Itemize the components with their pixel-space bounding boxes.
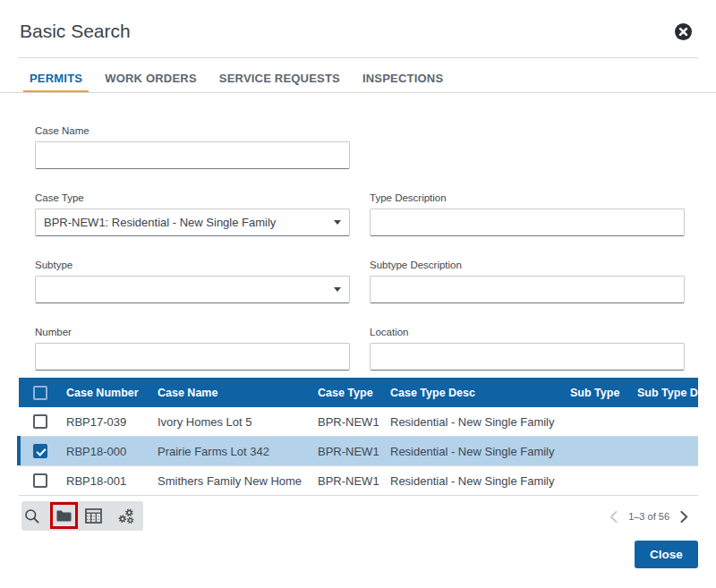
table-row[interactable]: RBP18-000 Prairie Farms Lot 342 BPR-NEW1… [19,437,698,466]
table-header-row: Case Number Case Name Case Type Case Typ… [19,378,698,407]
case-name-label: Case Name [35,125,350,137]
chevron-left-icon [609,511,618,523]
column-header-case-name[interactable]: Case Name [158,387,318,399]
tab-service-requests[interactable]: SERVICE REQUESTS [213,64,346,93]
header-divider [18,57,698,58]
open-case-button[interactable] [51,501,81,531]
field-case-type: Case Type BPR-NEW1: Residential - New Si… [35,192,350,236]
results-table: Case Number Case Name Case Type Case Typ… [19,378,698,496]
search-icon [24,508,40,524]
next-page-button[interactable] [680,511,688,523]
x-circle-icon [675,23,692,40]
type-description-input[interactable] [370,209,685,236]
subtype-label: Subtype [35,260,350,271]
workflow-button[interactable] [110,501,140,531]
folder-icon [56,510,72,522]
column-header-case-type[interactable]: Case Type [318,387,390,399]
column-header-case-type-desc[interactable]: Case Type Desc [390,387,570,399]
case-name-input[interactable] [35,141,350,169]
number-label: Number [35,327,350,338]
table-icon [85,508,102,524]
chevron-down-icon [334,287,341,292]
close-button[interactable]: Close [635,541,698,568]
case-type-value: BPR-NEW1: Residential - New Single Famil… [44,216,328,229]
cell-case-name: Smithers Family New Home [158,474,318,488]
search-tabs: PERMITS WORK ORDERS SERVICE REQUESTS INS… [23,64,449,93]
chevron-down-icon [334,220,341,225]
tabs-divider [0,92,716,93]
table-row[interactable]: RBP18-001 Smithers Family New Home BPR-N… [19,466,698,496]
cell-case-type: BPR-NEW1 [318,474,390,488]
field-type-description: Type Description [370,192,685,236]
select-all-checkbox[interactable] [33,386,47,400]
dialog-title: Basic Search [20,21,131,41]
cell-case-type-desc: Residential - New Single Family [390,445,570,458]
cell-case-type: BPR-NEW1 [318,445,390,458]
subtype-description-input[interactable] [370,276,685,303]
tab-inspections[interactable]: INSPECTIONS [356,64,449,93]
location-input[interactable] [370,343,685,371]
case-type-select[interactable]: BPR-NEW1: Residential - New Single Famil… [35,209,350,236]
location-label: Location [370,327,685,338]
dialog-close-button[interactable] [675,23,692,40]
cell-case-name: Prairie Farms Lot 342 [158,445,318,458]
results-toolbar [21,501,143,531]
subtype-description-label: Subtype Description [370,260,685,271]
row-checkbox[interactable] [33,414,47,429]
cell-case-type-desc: Residential - New Single Family [390,474,570,488]
field-subtype: Subtype [35,260,350,303]
cell-case-number: RBP17-039 [66,415,158,429]
chevron-right-icon [680,511,688,523]
gears-icon [118,508,135,524]
tab-permits[interactable]: PERMITS [23,64,89,93]
tab-work-orders[interactable]: WORK ORDERS [98,64,203,93]
column-header-case-number[interactable]: Case Number [66,387,158,399]
case-type-label: Case Type [35,192,350,204]
field-number: Number [35,327,350,371]
table-view-button[interactable] [81,501,110,531]
cell-case-name: Ivory Homes Lot 5 [158,415,318,429]
column-header-sub-type-desc[interactable]: Sub Type Desc [637,387,698,399]
cell-case-number: RBP18-000 [66,445,158,458]
row-checkbox[interactable] [33,473,47,488]
column-header-sub-type[interactable]: Sub Type [570,387,637,399]
subtype-select[interactable] [35,276,350,303]
row-checkbox[interactable] [33,444,47,458]
search-results-button[interactable] [21,501,51,531]
field-case-name: Case Name [35,125,350,169]
table-row[interactable]: RBP17-039 Ivory Homes Lot 5 BPR-NEW1 Res… [19,407,698,437]
number-input[interactable] [35,343,350,371]
cell-case-number: RBP18-001 [66,474,158,488]
pagination: 1–3 of 56 [609,508,688,524]
field-location: Location [370,327,685,371]
cell-case-type-desc: Residential - New Single Family [390,415,570,429]
page-range-label: 1–3 of 56 [628,511,669,522]
field-subtype-description: Subtype Description [370,260,685,303]
previous-page-button[interactable] [609,511,618,523]
cell-case-type: BPR-NEW1 [318,415,390,429]
type-description-label: Type Description [370,192,685,204]
